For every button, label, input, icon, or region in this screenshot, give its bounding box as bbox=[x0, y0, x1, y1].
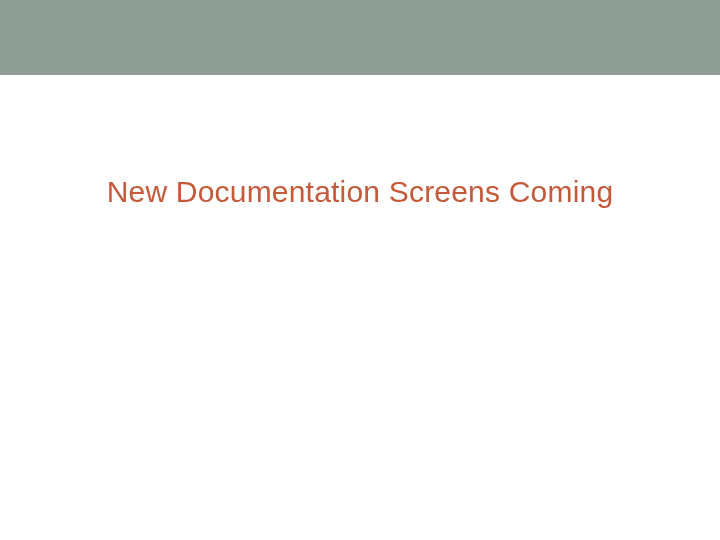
header-bar bbox=[0, 0, 720, 75]
slide-title: New Documentation Screens Coming bbox=[0, 175, 720, 209]
